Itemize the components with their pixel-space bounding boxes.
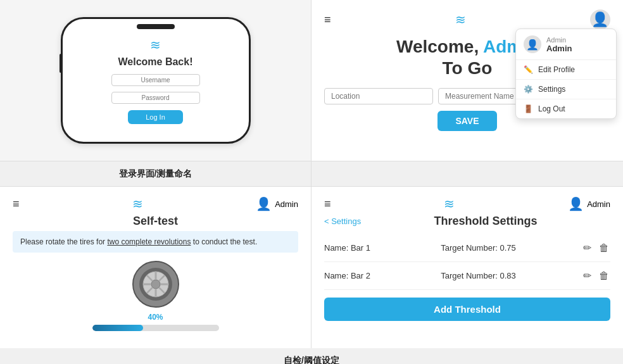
- selftest-hamburger-icon[interactable]: ≡: [13, 198, 20, 211]
- edit-profile-item[interactable]: ✏️ Edit Profile: [516, 60, 616, 80]
- threshold-panel: ≡ ≋ 👤 Admin < Settings Threshold Setting…: [312, 187, 623, 348]
- save-button[interactable]: SAVE: [437, 111, 496, 131]
- dropdown-header-info: Admin Admin: [546, 36, 572, 53]
- dashboard-panel: ≡ ≋ 👤 Welcome, AdminTo Go -- SELEC SAVE …: [312, 0, 623, 161]
- dropdown-avatar: 👤: [524, 35, 541, 53]
- logout-label: Log Out: [538, 104, 565, 113]
- dropdown-admin-label: Admin: [546, 36, 572, 44]
- back-to-settings-link[interactable]: < Settings: [324, 217, 361, 226]
- threshold-name-1: Name: Bar 1: [324, 243, 375, 253]
- selftest-instruction: Please rotate the tires for two complete…: [13, 231, 298, 253]
- delete-threshold-1-button[interactable]: 🗑: [598, 241, 610, 255]
- add-threshold-button[interactable]: Add Threshold: [324, 298, 610, 321]
- phone-welcome-title: Welcome Back!: [118, 56, 193, 68]
- dropdown-user-icon: 👤: [526, 39, 539, 51]
- delete-threshold-2-button[interactable]: 🗑: [598, 268, 610, 283]
- edit-profile-icon: ✏️: [524, 65, 533, 74]
- threshold-settings-title: Threshold Settings: [361, 215, 610, 228]
- logout-icon: 🚪: [524, 104, 533, 113]
- settings-icon: ⚙️: [524, 85, 533, 94]
- instruction-underline: two complete revolutions: [107, 237, 191, 246]
- progress-bar-fill: [92, 325, 143, 331]
- wheel-icon: [130, 259, 181, 310]
- bottom-caption-label: 自检/阈值设定: [284, 355, 339, 364]
- selftest-panel: ≡ ≋ 👤 Admin Self-test Please rotate the …: [0, 187, 312, 348]
- wheel-container: 40%: [13, 259, 298, 331]
- username-input[interactable]: [111, 74, 200, 86]
- login-button[interactable]: Log In: [128, 110, 183, 124]
- logout-item[interactable]: 🚪 Log Out: [516, 99, 616, 118]
- phone-notch: [137, 24, 175, 29]
- bottom-caption-row: 自检/阈值设定: [0, 348, 623, 364]
- threshold-user-icon: 👤: [568, 196, 584, 211]
- dashboard-logo-icon: ≋: [455, 13, 466, 26]
- threshold-target-1: Target Number: 0.75: [375, 243, 582, 253]
- progress-percent-label: 40%: [148, 313, 163, 322]
- measurement-name-input[interactable]: [438, 88, 520, 104]
- password-input[interactable]: [111, 92, 200, 104]
- svg-point-3: [151, 280, 160, 289]
- admin-avatar[interactable]: 👤: [590, 9, 610, 30]
- selftest-logo-icon: ≋: [132, 198, 143, 210]
- bottom-caption-text: 自检/阈值设定: [0, 348, 623, 364]
- threshold-name-2: Name: Bar 2: [324, 271, 375, 280]
- top-caption-right: [312, 161, 623, 186]
- hamburger-icon[interactable]: ≡: [324, 13, 331, 27]
- threshold-title-row: < Settings Threshold Settings: [324, 215, 610, 228]
- phone-mockup: ≋ Welcome Back! Log In: [61, 17, 251, 144]
- selftest-admin-area: 👤 Admin: [256, 196, 298, 211]
- top-caption-text: 登录界面/测量命名: [119, 168, 192, 180]
- edit-threshold-2-button[interactable]: ✏: [582, 268, 593, 283]
- phone-side-button: [60, 54, 62, 73]
- top-caption-left: 登录界面/测量命名: [0, 161, 312, 186]
- threshold-actions-1: ✏ 🗑: [582, 241, 610, 255]
- selftest-user-icon: 👤: [256, 196, 272, 211]
- threshold-left-header: ≡: [324, 198, 331, 211]
- location-input[interactable]: [324, 88, 433, 104]
- threshold-admin-area: 👤 Admin: [568, 196, 610, 211]
- threshold-row-1: Name: Bar 1 Target Number: 0.75 ✏ 🗑: [324, 234, 610, 262]
- threshold-hamburger-icon[interactable]: ≡: [324, 198, 331, 211]
- edit-threshold-1-button[interactable]: ✏: [582, 241, 593, 255]
- selftest-header: ≡ ≋ 👤 Admin: [13, 196, 298, 211]
- edit-profile-label: Edit Profile: [538, 65, 575, 74]
- selftest-admin-label: Admin: [275, 199, 298, 209]
- dropdown-header: 👤 Admin Admin: [516, 29, 616, 60]
- selftest-title: Self-test: [13, 215, 298, 228]
- threshold-logo-icon: ≋: [444, 198, 455, 210]
- login-panel: ≋ Welcome Back! Log In: [0, 0, 312, 161]
- dashboard-header: ≡ ≋ 👤: [324, 9, 610, 30]
- threshold-header: ≡ ≋ 👤 Admin: [324, 196, 610, 211]
- progress-bar-container: [92, 325, 219, 331]
- threshold-actions-2: ✏ 🗑: [582, 268, 610, 283]
- threshold-target-2: Target Number: 0.83: [375, 271, 582, 280]
- admin-dropdown-menu: 👤 Admin Admin ✏️ Edit Profile ⚙️ Setting…: [515, 28, 617, 119]
- welcome-text: Welcome,: [396, 37, 483, 56]
- threshold-row-2: Name: Bar 2 Target Number: 0.83 ✏ 🗑: [324, 262, 610, 290]
- settings-item[interactable]: ⚙️ Settings: [516, 80, 616, 99]
- phone-logo-icon: ≋: [150, 37, 161, 53]
- dropdown-admin-name: Admin: [546, 44, 572, 53]
- top-caption-row: 登录界面/测量命名: [0, 161, 623, 187]
- threshold-admin-label: Admin: [587, 199, 610, 209]
- user-avatar-icon: 👤: [591, 11, 608, 28]
- settings-label: Settings: [538, 85, 565, 94]
